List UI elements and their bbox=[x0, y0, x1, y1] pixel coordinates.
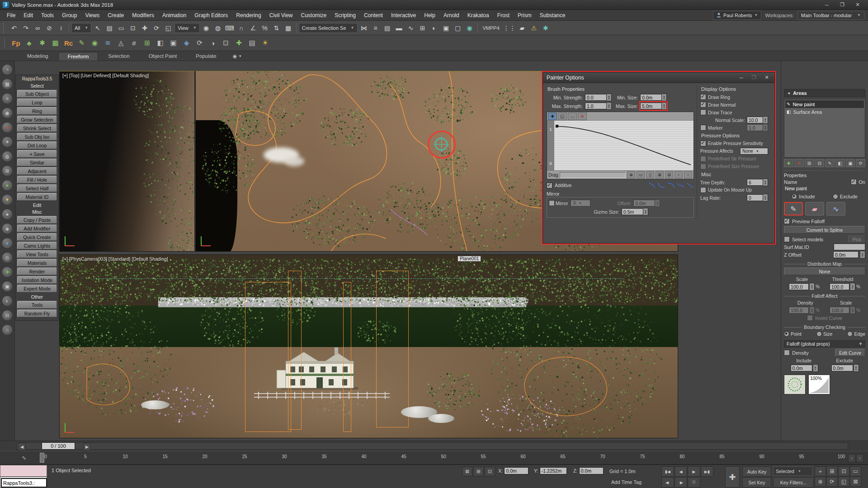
paint-mode-icon[interactable]: ✎ bbox=[825, 159, 835, 167]
account-menu[interactable]: Paul Roberts ▼ bbox=[713, 11, 762, 20]
set-keys-button[interactable]: ✚ bbox=[725, 466, 740, 488]
unlink-selection-icon[interactable]: ⊘ bbox=[44, 22, 55, 34]
normal-scale-field[interactable]: 10.0 bbox=[747, 117, 763, 123]
track-bar-scroll-right-icon[interactable]: › bbox=[856, 454, 863, 462]
areas-rollout-header[interactable]: ◄ Areas bbox=[784, 89, 865, 97]
preview-falloff-checkbox[interactable] bbox=[784, 218, 790, 224]
scale-curve-point-icon[interactable]: ◱ bbox=[558, 113, 567, 120]
rappatools-item[interactable]: Sub Object bbox=[17, 90, 57, 98]
dialog-maximize-icon[interactable]: ❐ bbox=[750, 75, 758, 80]
menu-item[interactable]: Interactive bbox=[387, 10, 420, 20]
rappatools-item[interactable]: Add Modifier bbox=[17, 225, 57, 232]
workspace-dropdown[interactable]: Main Toolbar - modular ▼ bbox=[797, 11, 864, 20]
home-tool-icon[interactable]: ⌂ bbox=[2, 325, 12, 335]
curve-preset-slow-icon[interactable] bbox=[667, 182, 675, 188]
named-selection-dropdown[interactable]: Create Selection Se▼ bbox=[299, 23, 358, 33]
dialog-minimize-icon[interactable]: ─ bbox=[737, 75, 745, 80]
zoom-region-icon[interactable]: ▭ bbox=[850, 466, 861, 476]
assist-icon[interactable]: ✱ bbox=[540, 22, 551, 34]
ribbon-tab[interactable]: Freeform bbox=[58, 52, 99, 61]
spinner[interactable] bbox=[607, 102, 612, 110]
diamond-tool-icon[interactable]: ◈ bbox=[2, 224, 12, 234]
layer-manager-icon[interactable]: ▤ bbox=[382, 22, 393, 34]
paint-draw-icon[interactable]: ✎ bbox=[75, 37, 88, 49]
viewport-camera[interactable]: Plane001 [+] [PhysCamera003] [Standard] … bbox=[59, 254, 678, 438]
rappatools-item[interactable]: Materials bbox=[17, 259, 57, 267]
material-editor-icon[interactable]: ◐ bbox=[429, 22, 440, 34]
key-mode-toggle-icon[interactable]: ⚿ bbox=[688, 477, 700, 488]
y-coordinate-field[interactable]: -1.2252m bbox=[540, 467, 567, 474]
schematic-view-icon[interactable]: ⊞ bbox=[417, 22, 428, 34]
split-surface-icon[interactable]: ◧ bbox=[154, 37, 166, 49]
bind-to-space-warp-icon[interactable]: ≀ bbox=[56, 22, 66, 34]
panel-tool-icon[interactable]: ▣ bbox=[167, 37, 179, 49]
zoom-icon[interactable]: ＋ bbox=[815, 466, 826, 476]
rectangular-selection-region-icon[interactable]: ▭ bbox=[116, 22, 127, 34]
half-ball-icon[interactable]: ◐ bbox=[2, 296, 12, 306]
track-bar[interactable]: ∿ 05101520253035404550556065707580859095… bbox=[0, 451, 868, 465]
rappatools-item[interactable]: Edit bbox=[16, 202, 58, 208]
spline-tool-button[interactable]: ∿ bbox=[826, 202, 845, 216]
rappatools-launcher-icon[interactable]: Rc bbox=[62, 37, 75, 49]
surf-mat-id-field[interactable] bbox=[834, 244, 865, 250]
select-and-link-icon[interactable]: ∞ bbox=[32, 22, 43, 34]
rappatools-item[interactable]: Cams Lights bbox=[17, 242, 57, 249]
tree-depth-field[interactable]: 6 bbox=[747, 179, 763, 186]
exclude-radio[interactable] bbox=[833, 194, 838, 199]
disc-tool-icon[interactable]: ◍ bbox=[2, 151, 12, 161]
rappatools-item[interactable]: Select bbox=[16, 82, 58, 89]
green-ball-icon[interactable]: ● bbox=[2, 180, 12, 190]
viewport-top[interactable]: [+] [Top] [User Defined] [Default Shadin… bbox=[59, 71, 195, 252]
menu-item[interactable]: Modifiers bbox=[128, 10, 158, 20]
rappatools-item[interactable]: Adjacent bbox=[17, 167, 57, 175]
mirror-axis-dropdown[interactable]: X▼ bbox=[571, 200, 590, 206]
menu-item[interactable]: Help bbox=[420, 10, 439, 20]
draw-ring-checkbox[interactable] bbox=[700, 94, 706, 100]
z-coordinate-field[interactable]: 0.0m bbox=[579, 467, 604, 474]
rappatools-item[interactable]: Misc bbox=[16, 208, 58, 215]
distribution-preview-thumbnail[interactable] bbox=[784, 375, 806, 394]
boundary-edge-radio[interactable] bbox=[847, 331, 853, 337]
auto-key-button[interactable]: Auto Key bbox=[742, 466, 771, 477]
ribbon-minimize-icon[interactable]: ◉ bbox=[233, 53, 237, 59]
select-and-rotate-icon[interactable]: ⟳ bbox=[151, 22, 162, 34]
paint-brush-tool-button[interactable]: ✎ bbox=[784, 202, 803, 216]
rappatools-item[interactable]: Dot Loop bbox=[17, 141, 57, 149]
target-tool-icon[interactable]: ◉ bbox=[2, 108, 12, 118]
menu-item[interactable]: Arnold bbox=[439, 10, 463, 20]
light-icon[interactable]: ☀ bbox=[259, 37, 271, 49]
curve-preset-fast-icon[interactable] bbox=[657, 182, 665, 188]
grid-surface-icon[interactable]: ▦ bbox=[49, 37, 61, 49]
add-geometry-icon[interactable]: ✚ bbox=[233, 37, 245, 49]
grid-tool-icon[interactable]: ▦ bbox=[2, 79, 12, 89]
delete-curve-point-icon[interactable]: ✕ bbox=[578, 113, 587, 120]
lag-rate-field[interactable]: 0 bbox=[747, 194, 763, 201]
duplicate-area-icon[interactable]: ⊞ bbox=[805, 159, 814, 167]
ribbon-tab[interactable]: Populate bbox=[187, 52, 225, 61]
menu-item[interactable]: Edit bbox=[19, 10, 37, 20]
key-set-dropdown[interactable]: Selected ▼ bbox=[773, 466, 813, 476]
rappatools-item[interactable]: Fill / Hole bbox=[17, 176, 57, 183]
new-area-icon[interactable]: ✚ bbox=[784, 159, 793, 167]
time-slider-track[interactable] bbox=[16, 442, 848, 450]
maximize-icon[interactable]: ❐ bbox=[835, 0, 850, 9]
sphere-brush-icon[interactable]: ◉ bbox=[89, 37, 101, 49]
max-size-field[interactable]: 5.0m bbox=[640, 103, 662, 109]
viewport-canvas[interactable] bbox=[60, 71, 194, 251]
toggle-ribbon-icon[interactable]: ▬ bbox=[394, 22, 405, 34]
select-models-checkbox[interactable] bbox=[784, 236, 790, 242]
eraser-tool-button[interactable]: ▰ bbox=[805, 202, 824, 216]
boundary-size-radio[interactable] bbox=[816, 331, 822, 337]
close-icon[interactable]: ✕ bbox=[850, 0, 865, 9]
offset-mode-icon[interactable]: ⊡ bbox=[485, 467, 495, 476]
gem-display-icon[interactable]: ◈ bbox=[180, 37, 193, 49]
include-radio[interactable] bbox=[792, 194, 797, 199]
set-key-button[interactable]: Set Key bbox=[742, 477, 771, 488]
undo-icon[interactable]: ↶ bbox=[9, 22, 19, 34]
menu-item[interactable]: Krakatoa bbox=[463, 10, 493, 20]
mirror-icon[interactable]: ⋈ bbox=[359, 22, 369, 34]
select-and-manipulate-icon[interactable]: ◍ bbox=[212, 22, 223, 34]
menu-item[interactable]: Views bbox=[81, 10, 104, 20]
rappatools-item[interactable]: Isolation Mode bbox=[17, 276, 57, 284]
angle-snap-icon[interactable]: ∠ bbox=[248, 22, 259, 34]
